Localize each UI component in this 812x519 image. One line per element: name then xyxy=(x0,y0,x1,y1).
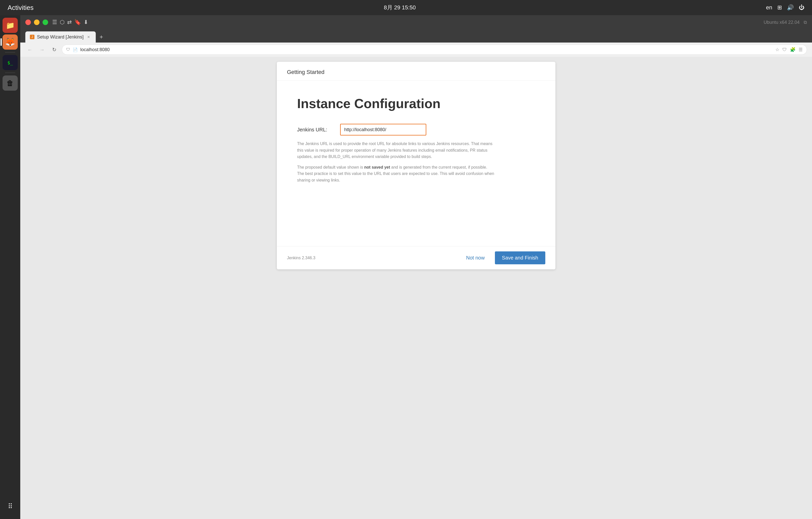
address-bar-actions: ☆ 🛡 🧩 ☰ xyxy=(775,47,803,53)
form-description-1: The Jenkins URL is used to provide the r… xyxy=(297,141,495,160)
browser-window: ☰ ⬡ ⇄ 🔖 ⬇ Ubuntu x64 22.04 ⧉ J Setup Wiz… xyxy=(20,15,812,519)
jenkins-url-input[interactable] xyxy=(340,124,426,135)
page-icon: 📄 xyxy=(73,47,78,52)
description-text-1: The Jenkins URL is used to provide the r… xyxy=(297,142,492,159)
browser-chrome: ☰ ⬡ ⇄ 🔖 ⬇ Ubuntu x64 22.04 ⧉ J Setup Wiz… xyxy=(20,15,812,42)
power-icon: ⏻ xyxy=(799,4,804,11)
nav-bar: ← → ↻ 🛡 📄 localhost:8080 ☆ 🛡 🧩 ☰ xyxy=(20,42,812,57)
form-description-2: The proposed default value shown is not … xyxy=(297,164,495,184)
system-bar-center: 8月 29 15:50 xyxy=(384,4,416,11)
shield-icon: 🛡 xyxy=(66,47,70,52)
wizard-footer: Jenkins 2.346.3 Not now Save and Finish xyxy=(277,246,555,269)
apps-grid-icon: ⠿ xyxy=(8,502,13,510)
forward-button[interactable]: → xyxy=(37,45,47,54)
shield-check-icon[interactable]: 🛡 xyxy=(782,47,787,53)
not-now-button[interactable]: Not now xyxy=(461,252,490,264)
tab-favicon: J xyxy=(30,35,34,39)
address-bar[interactable]: 🛡 📄 localhost:8080 ☆ 🛡 🧩 ☰ xyxy=(62,44,807,55)
reload-button[interactable]: ↻ xyxy=(50,45,59,54)
tab-title: Setup Wizard [Jenkins] xyxy=(37,34,84,40)
bookmark-star-icon[interactable]: ☆ xyxy=(775,47,779,53)
dock-item-apps[interactable]: ⠿ xyxy=(3,499,18,514)
network-icon: ⊞ xyxy=(777,4,782,11)
volume-icon: 🔊 xyxy=(787,4,794,11)
wizard-header: Getting Started xyxy=(277,62,555,81)
wizard-container: Getting Started Instance Configuration J… xyxy=(277,62,555,269)
history-back-icon[interactable]: ⬡ xyxy=(60,19,65,26)
form-row: Jenkins URL: xyxy=(297,124,535,135)
description-bold: not saved yet xyxy=(364,165,390,170)
download-icon[interactable]: ⬇ xyxy=(84,19,88,26)
resize-icon: ⧉ xyxy=(804,20,807,25)
wizard-body: Instance Configuration Jenkins URL: The … xyxy=(277,81,555,246)
dock: 📁 🦊 $_ 🗑 ⠿ xyxy=(0,15,20,519)
dock-item-browser[interactable]: 🦊 xyxy=(3,34,18,50)
tab-bar: J Setup Wizard [Jenkins] ✕ + xyxy=(20,29,812,42)
terminal-icon: $_ xyxy=(7,60,13,65)
browser-titlebar: ☰ ⬡ ⇄ 🔖 ⬇ Ubuntu x64 22.04 ⧉ xyxy=(20,15,812,29)
wizard-main-title: Instance Configuration xyxy=(297,96,535,111)
dock-item-files[interactable]: 📁 xyxy=(3,18,18,33)
active-tab[interactable]: J Setup Wizard [Jenkins] ✕ xyxy=(25,31,96,42)
locale-label: en xyxy=(766,4,772,11)
files-icon: 📁 xyxy=(6,21,15,30)
save-and-finish-button[interactable]: Save and Finish xyxy=(495,251,545,264)
window-close-button[interactable] xyxy=(25,20,31,25)
wizard-header-title: Getting Started xyxy=(287,69,324,75)
new-tab-button[interactable]: + xyxy=(97,32,106,41)
dock-item-trash[interactable]: 🗑 xyxy=(3,75,18,91)
extensions-icon[interactable]: 🧩 xyxy=(790,47,795,53)
address-text[interactable]: localhost:8080 xyxy=(80,47,773,53)
system-bar-left: Activities xyxy=(8,4,34,12)
browser-content: Getting Started Instance Configuration J… xyxy=(20,57,812,519)
system-bar-right: en ⊞ 🔊 ⏻ xyxy=(766,4,804,11)
description-pre: The proposed default value shown is xyxy=(297,165,364,170)
wizard-actions: Not now Save and Finish xyxy=(461,251,545,264)
sidebar-toggle-icon[interactable]: ☰ xyxy=(52,19,57,26)
back-button[interactable]: ← xyxy=(25,45,34,54)
window-controls xyxy=(25,20,48,25)
browser-toolbar-icons: ☰ ⬡ ⇄ 🔖 ⬇ xyxy=(52,19,88,26)
system-bar: Activities 8月 29 15:50 en ⊞ 🔊 ⏻ xyxy=(0,0,812,15)
activities-label[interactable]: Activities xyxy=(8,4,34,12)
history-fwd-icon[interactable]: ⇄ xyxy=(67,19,72,26)
trash-icon: 🗑 xyxy=(7,79,14,87)
window-minimize-button[interactable] xyxy=(34,20,39,25)
firefox-icon: 🦊 xyxy=(5,37,15,47)
tab-close-button[interactable]: ✕ xyxy=(86,34,91,39)
window-maximize-button[interactable] xyxy=(42,20,48,25)
datetime-label: 8月 29 15:50 xyxy=(384,4,416,11)
jenkins-url-label: Jenkins URL: xyxy=(297,127,332,133)
dock-item-terminal[interactable]: $_ xyxy=(3,55,18,70)
window-area: 📁 🦊 $_ 🗑 ⠿ ☰ xyxy=(0,15,812,519)
jenkins-version: Jenkins 2.346.3 xyxy=(287,256,315,260)
dock-divider xyxy=(5,52,15,53)
menu-icon[interactable]: ☰ xyxy=(799,47,803,53)
bookmark-icon[interactable]: 🔖 xyxy=(74,19,81,26)
vm-label: Ubuntu x64 22.04 xyxy=(764,20,800,25)
